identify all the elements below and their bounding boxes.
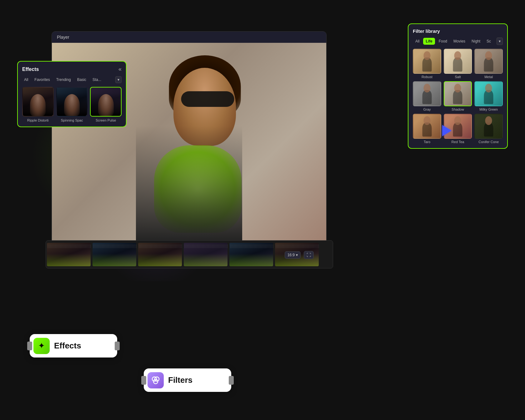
filter-person-metal <box>480 51 497 73</box>
effects-tab-all[interactable]: All <box>22 77 30 83</box>
effects-tab-favorites[interactable]: Favorites <box>32 77 52 83</box>
filter-person-conifercone <box>480 116 497 138</box>
filter-thumb-salt <box>444 49 472 74</box>
aspect-ratio-label: 16:9 <box>288 253 295 257</box>
effect-label-2: Spinning Spac <box>56 118 88 122</box>
filter-label-taro: Taro <box>413 140 441 144</box>
woman-overlay <box>136 48 242 242</box>
chevron-down-icon: ▾ <box>296 253 298 257</box>
badge-notch-right <box>115 342 120 350</box>
filter-tab-life[interactable]: Life <box>423 38 435 45</box>
effects-title: Effects <box>22 67 39 72</box>
effect-item-1[interactable]: Ripple Distorti <box>22 87 54 122</box>
effects-tab-sta[interactable]: Sta... <box>91 77 103 83</box>
filters-icon-svg <box>151 376 160 385</box>
filter-person-robust <box>418 51 436 73</box>
filter-tab-all[interactable]: All <box>413 38 422 45</box>
timeline-thumb-5 <box>229 243 273 266</box>
effects-panel: Effects « All Favorites Trending Basic S… <box>17 61 127 127</box>
effect-person-2 <box>57 93 87 116</box>
timeline-thumb-1 <box>47 243 91 266</box>
effect-person-1 <box>23 93 53 116</box>
effect-thumb-1 <box>22 87 54 117</box>
filter-tabs: All Life Food Movies Night Sc ▾ <box>413 38 503 45</box>
effects-badge-icon: ✦ <box>33 338 50 354</box>
filter-thumb-shadow <box>444 81 472 106</box>
filter-thumb-metal <box>474 49 503 74</box>
cursor-arrow <box>442 125 452 136</box>
filter-item-gray[interactable]: Gray <box>413 81 441 111</box>
effects-tab-basic[interactable]: Basic <box>75 77 88 83</box>
fullscreen-button[interactable]: ⛶ <box>304 251 314 259</box>
waveform-3 <box>138 244 182 248</box>
effect-item-2[interactable]: Spinning Spac <box>56 87 88 122</box>
timeline-thumb-3 <box>138 243 182 266</box>
filter-item-robust[interactable]: Robust <box>413 49 441 79</box>
filter-person-milkygreen <box>480 84 497 106</box>
timeline-thumb-2 <box>92 243 136 266</box>
filter-person-shadow <box>449 84 466 106</box>
filter-thumb-gray <box>413 81 441 106</box>
effects-collapse-button[interactable]: « <box>118 66 122 72</box>
effects-tabs: All Favorites Trending Basic Sta... ▾ <box>22 76 122 83</box>
filter-library-panel: Filter library All Life Food Movies Nigh… <box>408 23 508 149</box>
filter-thumb-taro <box>413 114 441 139</box>
filter-label-robust: Robust <box>413 75 441 79</box>
filter-item-conifercone[interactable]: Conifer Cone <box>474 114 503 144</box>
filter-grid: Robust Salt Metal Gray Shadow <box>413 49 503 144</box>
filter-library-title: Filter library <box>413 28 503 34</box>
filter-label-shadow: Shadow <box>444 108 472 111</box>
effect-thumb-2 <box>56 87 88 117</box>
effects-grid: Ripple Distorti Spinning Spac Screen Pul… <box>22 87 122 122</box>
filter-item-metal[interactable]: Metal <box>474 49 503 79</box>
filter-label-milkygreen: Milky Green <box>474 108 503 111</box>
waveform-2 <box>92 244 136 248</box>
badge-notch-left <box>27 342 32 350</box>
effect-label-1: Ripple Distorti <box>22 118 54 122</box>
aspect-ratio-button[interactable]: 16:9 ▾ <box>285 251 301 259</box>
filter-thumb-robust <box>413 49 441 74</box>
effects-tab-dropdown[interactable]: ▾ <box>115 76 122 83</box>
waveform-6 <box>275 244 319 248</box>
filter-label-salt: Salt <box>444 75 472 79</box>
filter-tab-movies[interactable]: Movies <box>451 38 468 45</box>
filter-label-metal: Metal <box>474 75 503 79</box>
filter-tab-sc[interactable]: Sc <box>484 38 493 45</box>
aspect-control: 16:9 ▾ ⛶ <box>285 251 314 259</box>
waveform-4 <box>184 244 228 248</box>
timeline-thumb-4 <box>184 243 228 266</box>
filter-tab-food[interactable]: Food <box>436 38 450 45</box>
filter-item-taro[interactable]: Taro <box>413 114 441 144</box>
filters-badge-notch-right <box>229 376 234 385</box>
filter-tab-night[interactable]: Night <box>469 38 483 45</box>
effect-thumb-3 <box>90 87 122 117</box>
star-icon: ✦ <box>38 341 45 351</box>
effect-label-3: Screen Pulse <box>90 118 122 122</box>
waveform-1 <box>47 244 91 248</box>
filter-thumb-conifercone <box>474 114 503 139</box>
effects-badge: ✦ Effects <box>30 334 117 358</box>
filter-item-salt[interactable]: Salt <box>444 49 472 79</box>
effects-badge-label: Effects <box>54 341 81 351</box>
effects-tab-trending[interactable]: Trending <box>54 77 73 83</box>
filter-label-redtea: Red Tea <box>444 140 472 144</box>
effect-person-3 <box>91 93 121 116</box>
filter-tab-more-button[interactable]: ▾ <box>497 38 503 45</box>
filter-item-milkygreen[interactable]: Milky Green <box>474 81 503 111</box>
filter-person-redtea <box>449 116 466 138</box>
filter-item-shadow[interactable]: Shadow <box>444 81 472 111</box>
filter-label-conifercone: Conifer Cone <box>474 140 503 144</box>
filter-person-gray <box>418 84 436 106</box>
filters-badge-notch-left <box>141 376 146 385</box>
waveform-5 <box>229 244 273 248</box>
filter-thumb-milkygreen <box>474 81 503 106</box>
effects-header: Effects « <box>22 66 122 72</box>
effect-item-3[interactable]: Screen Pulse <box>90 87 122 122</box>
filter-label-gray: Gray <box>413 108 441 111</box>
filters-badge: Filters <box>144 368 231 392</box>
filter-person-salt <box>449 51 466 73</box>
filters-badge-icon <box>148 372 164 388</box>
filters-badge-label: Filters <box>168 375 192 385</box>
player-title: Player <box>57 35 69 40</box>
filter-person-taro <box>418 116 436 138</box>
